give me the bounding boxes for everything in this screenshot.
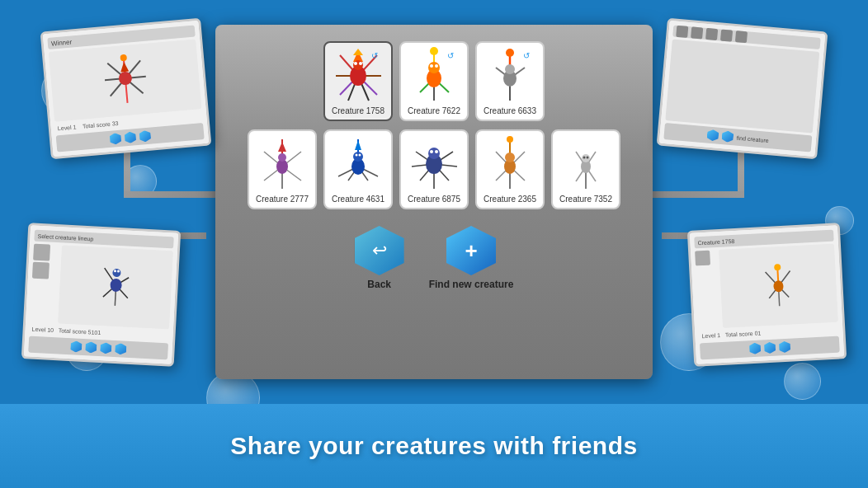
back-button[interactable]: ↩ — [355, 226, 404, 275]
level-value: 1 — [73, 124, 77, 129]
mini-hex-tr-1 — [706, 129, 719, 142]
creature-img-1758: ↺ — [329, 47, 387, 105]
bl-score-label: Total score — [59, 327, 87, 335]
creatures-row-2: Creature 2777 — [228, 129, 640, 209]
card-bottom-left-body — [30, 244, 173, 330]
side-icon — [33, 244, 50, 261]
creature-card-6875[interactable]: Creature 6875 — [399, 129, 469, 209]
mini-hex-3 — [139, 130, 151, 143]
banner-text: Share your creatures with friends — [230, 432, 637, 460]
card-bottom-right-creature — [719, 244, 838, 328]
svg-point-79 — [355, 154, 357, 157]
svg-point-70 — [278, 153, 286, 162]
svg-text:↺: ↺ — [371, 51, 378, 60]
br-side-icons — [695, 250, 719, 329]
bl-score-value: 5101 — [87, 329, 101, 336]
svg-point-91 — [435, 150, 438, 153]
score-value: 33 — [111, 120, 118, 127]
svg-point-98 — [507, 136, 513, 143]
side-icon-2 — [32, 262, 50, 279]
svg-marker-68 — [278, 142, 286, 152]
find-new-button[interactable]: + — [446, 226, 496, 275]
svg-point-78 — [353, 152, 363, 162]
svg-point-51 — [430, 64, 433, 68]
creature-4631-svg — [332, 135, 385, 193]
mini-hex-br-3 — [778, 341, 790, 354]
creature-1758-name: Creature 1758 — [332, 106, 384, 115]
svg-point-48 — [430, 47, 438, 55]
bottom-banner: Share your creatures with friends — [0, 404, 868, 488]
creature-top-left-svg — [98, 52, 152, 110]
card-bottom-left: Select creature lineup — [21, 223, 181, 366]
br-level-label: Level — [701, 332, 715, 339]
creature-card-7622[interactable]: ↺ Creature 7622 — [399, 41, 469, 121]
score-label: Total score — [83, 121, 111, 129]
creature-2777-svg — [256, 135, 309, 193]
level-label: Level — [58, 124, 72, 131]
creature-card-2365[interactable]: Creature 2365 — [475, 129, 545, 209]
svg-point-108 — [583, 157, 585, 159]
card-bottom-right: Creature 1758 — [687, 223, 847, 366]
svg-text:↺: ↺ — [447, 51, 454, 60]
svg-marker-38 — [353, 49, 363, 55]
svg-point-90 — [430, 150, 433, 153]
svg-point-50 — [428, 62, 440, 73]
svg-marker-10 — [120, 62, 129, 73]
svg-point-89 — [428, 148, 440, 159]
creature-card-7352[interactable]: Creature 7352 — [551, 129, 620, 209]
creature-bottom-right-svg — [761, 262, 796, 309]
creature-card-6633[interactable]: ↺ Creature 6633 — [475, 41, 545, 121]
svg-point-100 — [505, 152, 515, 162]
connector-top-left-horizontal — [124, 191, 223, 198]
mini-hex-bl-3 — [100, 342, 112, 354]
creature-card-4631[interactable]: Creature 4631 — [323, 129, 393, 209]
svg-point-40 — [353, 60, 363, 70]
card-top-right-label: find creature — [737, 134, 769, 143]
svg-point-109 — [586, 157, 588, 159]
main-wrapper: Winner — [0, 0, 868, 488]
card-bottom-right-inner: Creature 1758 — [690, 225, 844, 364]
svg-point-27 — [774, 264, 781, 270]
mini-hex-bl-2 — [85, 341, 97, 354]
creature-4631-name: Creature 4631 — [332, 195, 384, 204]
back-action[interactable]: ↩ Back — [355, 226, 404, 290]
card-top-left-content — [49, 39, 202, 121]
card-top-left-inner: Winner — [43, 21, 209, 157]
center-panel: ↺ Creature 1758 — [215, 25, 653, 379]
card-top-left: Winner — [40, 18, 212, 159]
find-new-label: Find new creature — [429, 279, 514, 290]
svg-point-58 — [506, 49, 514, 57]
svg-point-42 — [359, 62, 362, 65]
mini-hex-br-2 — [764, 342, 776, 354]
svg-point-80 — [358, 154, 361, 157]
creature-6875-svg — [408, 135, 461, 193]
find-new-action[interactable]: + Find new creature — [429, 226, 514, 290]
creature-card-2777[interactable]: Creature 2777 — [248, 129, 317, 209]
creatures-row-1: ↺ Creature 1758 — [228, 41, 640, 121]
creatures-grid: ↺ Creature 1758 — [228, 41, 640, 209]
svg-point-9 — [120, 54, 127, 62]
back-arrow-icon: ↩ — [372, 240, 387, 261]
creature-card-1758[interactable]: ↺ Creature 1758 — [323, 41, 393, 121]
bl-level-value: 10 — [47, 327, 54, 333]
svg-marker-76 — [355, 140, 361, 150]
creature-img-7622: ↺ — [405, 47, 463, 105]
creature-6633-name: Creature 6633 — [484, 106, 536, 115]
svg-text:↺: ↺ — [523, 51, 530, 60]
card-top-right-content — [665, 39, 819, 133]
card-bottom-right-title-text: Creature 1758 — [697, 237, 734, 245]
creature-2777-name: Creature 2777 — [256, 195, 309, 204]
br-score-label: Total score — [725, 331, 753, 338]
creature-1758-svg: ↺ — [332, 47, 385, 105]
card-bottom-left-side — [30, 244, 59, 323]
mini-hex-2 — [124, 131, 136, 143]
mini-hex-br-1 — [749, 342, 762, 354]
svg-point-60 — [505, 64, 515, 74]
creature-7352-name: Creature 7352 — [559, 195, 612, 204]
creature-img-2365 — [481, 135, 539, 193]
creature-bottom-left-svg — [98, 264, 134, 311]
card-top-left-title-text: Winner — [50, 38, 72, 47]
creature-img-7352 — [557, 135, 615, 193]
connector-top-right-horizontal — [645, 191, 744, 198]
mini-hex-tr-2 — [721, 130, 734, 143]
